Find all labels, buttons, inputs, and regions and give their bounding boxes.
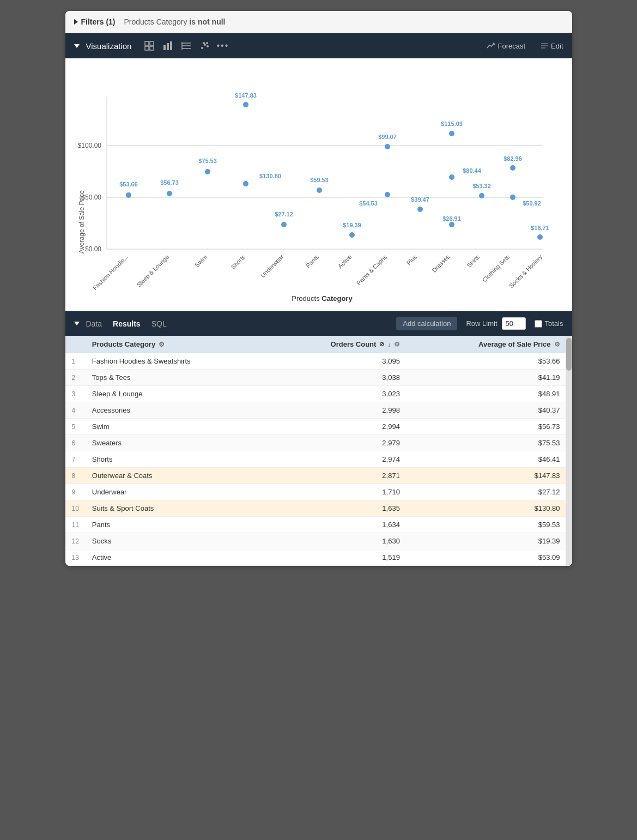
svg-point-13: [207, 45, 209, 47]
svg-text:$147.83: $147.83: [235, 92, 257, 99]
edit-label: Edit: [551, 42, 563, 50]
svg-point-14: [203, 42, 205, 44]
orders-count-cell: 2,871: [270, 468, 407, 484]
svg-text:$115.03: $115.03: [441, 120, 463, 127]
orders-count-cell: 1,710: [270, 484, 407, 500]
category-cell: Accessories: [86, 402, 270, 419]
col-header-orders: Orders Count ⊘ ↓ ⚙: [270, 336, 407, 353]
svg-text:Shorts: Shorts: [229, 253, 246, 270]
avg-price-cell: $56.73: [407, 419, 572, 435]
avg-price-cell: $53.09: [407, 549, 572, 566]
svg-text:$99.07: $99.07: [378, 134, 397, 140]
col-header-avg-price: Average of Sale Price ⚙: [407, 336, 572, 353]
svg-rect-4: [163, 45, 166, 50]
avg-price-cell: $27.12: [407, 484, 572, 500]
svg-text:Sleep & Lounge: Sleep & Lounge: [135, 253, 170, 288]
table-row: 8 Outerwear & Coats 2,871 $147.83: [65, 468, 572, 484]
more-options-button[interactable]: •••: [216, 41, 229, 51]
category-cell: Shorts: [86, 451, 270, 468]
svg-text:Products Category: Products Category: [292, 294, 353, 303]
svg-text:$50.92: $50.92: [523, 200, 541, 207]
svg-point-75: [510, 195, 515, 200]
svg-point-67: [449, 174, 454, 180]
table-row: 12 Socks 1,630 $19.39: [65, 533, 572, 549]
orders-count-cell: 2,994: [270, 419, 407, 435]
col-header-rownum: [65, 336, 86, 353]
avg-price-col-settings-icon[interactable]: ⚙: [554, 341, 560, 348]
table-header: Products Category ⚙ Orders Count ⊘ ↓ ⚙: [65, 336, 572, 353]
row-number: 8: [65, 468, 86, 484]
totals-checkbox[interactable]: [535, 320, 542, 328]
svg-point-63: [417, 207, 423, 212]
svg-text:Fashion Hoodie...: Fashion Hoodie...: [91, 253, 129, 291]
svg-text:$39.47: $39.47: [411, 196, 429, 203]
orders-sort-icon[interactable]: ↓: [387, 341, 391, 348]
chart-area: Average of Sale Price $100.00 $50.00 $0.…: [65, 58, 572, 311]
tab-data[interactable]: Data: [82, 317, 107, 330]
table-row: 4 Accessories 2,998 $40.37: [65, 402, 572, 419]
table-row: 10 Suits & Sport Coats 1,635 $130.80: [65, 500, 572, 517]
row-number: 13: [65, 549, 86, 566]
row-number: 1: [65, 353, 86, 370]
svg-text:$50.00: $50.00: [81, 194, 101, 201]
svg-text:$54.53: $54.53: [359, 200, 378, 207]
avg-price-cell: $59.53: [407, 517, 572, 533]
table-row: 3 Sleep & Lounge 3,023 $48.91: [65, 386, 572, 402]
data-arrow-icon[interactable]: [74, 322, 80, 325]
orders-col-settings-icon[interactable]: ⚙: [394, 341, 400, 348]
add-calculation-button[interactable]: Add calculation: [396, 317, 457, 330]
svg-text:Clothing Sets: Clothing Sets: [481, 253, 511, 283]
table-row: 13 Active 1,519 $53.09: [65, 549, 572, 566]
svg-point-45: [167, 191, 172, 196]
category-cell: Sweaters: [86, 435, 270, 451]
edit-button[interactable]: Edit: [541, 42, 563, 50]
viz-title: Visualization: [86, 41, 132, 51]
table-scrollbar[interactable]: [566, 336, 572, 566]
bar-chart-button[interactable]: [161, 39, 175, 53]
orders-count-cell: 1,519: [270, 549, 407, 566]
row-limit-label: Row Limit: [466, 319, 497, 328]
orders-count-cell: 2,974: [270, 451, 407, 468]
svg-text:$53.66: $53.66: [119, 181, 138, 188]
svg-point-55: [317, 188, 322, 193]
svg-point-59: [385, 144, 390, 149]
svg-rect-0: [145, 41, 149, 45]
svg-text:$16.71: $16.71: [531, 225, 549, 231]
results-table: Products Category ⚙ Orders Count ⊘ ↓ ⚙: [65, 336, 572, 566]
category-cell: Underwear: [86, 484, 270, 500]
avg-price-cell: $48.91: [407, 386, 572, 402]
avg-price-cell: $147.83: [407, 468, 572, 484]
svg-rect-1: [150, 41, 154, 45]
orders-count-cell: 3,023: [270, 386, 407, 402]
orders-count-cell: 2,979: [270, 435, 407, 451]
svg-text:Pants & Capris: Pants & Capris: [355, 253, 389, 287]
table-wrapper: Products Category ⚙ Orders Count ⊘ ↓ ⚙: [65, 336, 572, 566]
svg-point-71: [479, 193, 484, 198]
svg-text:$75.53: $75.53: [198, 158, 217, 164]
table-row: 7 Shorts 2,974 $46.41: [65, 451, 572, 468]
category-col-settings-icon[interactable]: ⚙: [159, 341, 165, 348]
tab-sql[interactable]: SQL: [147, 317, 171, 330]
svg-text:Skirts: Skirts: [465, 253, 481, 269]
forecast-button[interactable]: Forecast: [487, 41, 526, 50]
orders-count-cell: 1,630: [270, 533, 407, 549]
row-number: 6: [65, 435, 86, 451]
filters-label: Filters (1): [81, 17, 116, 26]
pivot-button[interactable]: [179, 39, 193, 53]
table-view-button[interactable]: [142, 39, 156, 53]
filters-toggle[interactable]: Filters (1): [74, 17, 116, 26]
tab-results[interactable]: Results: [108, 317, 145, 330]
orders-filter-icon[interactable]: ⊘: [379, 341, 384, 348]
row-number: 12: [65, 533, 86, 549]
svg-text:Swim: Swim: [193, 253, 208, 268]
scatter-chart: Average of Sale Price $100.00 $50.00 $0.…: [74, 69, 559, 304]
svg-text:$56.73: $56.73: [160, 179, 179, 186]
viz-arrow-icon[interactable]: [74, 44, 80, 48]
svg-point-65: [449, 131, 454, 136]
svg-text:$53.32: $53.32: [472, 183, 491, 189]
category-cell: Outerwear & Coats: [86, 468, 270, 484]
table-row: 11 Pants 1,634 $59.53: [65, 517, 572, 533]
category-cell: Pants: [86, 517, 270, 533]
row-limit-input[interactable]: [502, 317, 526, 330]
scatter-button[interactable]: [198, 39, 212, 53]
